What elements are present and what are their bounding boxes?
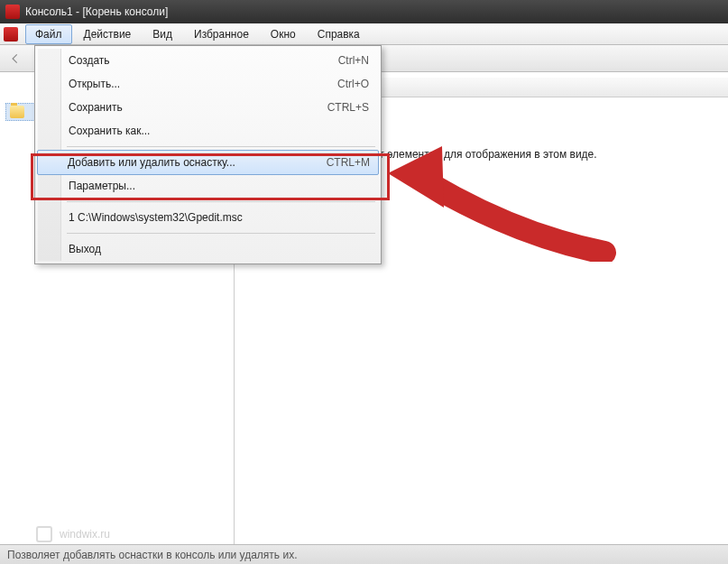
menu-separator [67,233,375,234]
app-icon [5,5,20,19]
menu-item-label: Добавить или удалить оснастку... [68,156,316,169]
menu-separator [67,146,375,147]
menu-item-add-remove-snapin[interactable]: Добавить или удалить оснастку... CTRL+M [37,150,379,175]
menubar: Файл Действие Вид Избранное Окно Справка [0,23,728,45]
menu-item-label: Открыть... [69,78,327,90]
titlebar: Консоль1 - [Корень консоли] [0,0,728,23]
menu-item-recent-1[interactable]: 1 C:\Windows\system32\Gpedit.msc [38,206,378,229]
menu-item-open[interactable]: Открыть... Ctrl+O [38,72,378,96]
file-menu-dropdown: Создать Ctrl+N Открыть... Ctrl+O Сохрани… [34,45,382,264]
menu-item-options[interactable]: Параметры... [38,174,378,198]
watermark-logo-icon [36,526,52,542]
menu-help[interactable]: Справка [308,24,370,44]
menu-item-label: Сохранить как... [69,125,369,137]
menu-view[interactable]: Вид [143,24,182,44]
statusbar: Позволяет добавлять оснастки в консоль и… [0,544,728,564]
menu-item-label: Сохранить [69,101,317,114]
menu-item-save[interactable]: Сохранить CTRL+S [38,96,378,119]
menu-item-shortcut: CTRL+S [327,101,369,114]
back-icon[interactable] [5,49,25,69]
menu-separator [67,201,375,202]
menu-item-label: 1 C:\Windows\system32\Gpedit.msc [69,211,369,224]
menu-file[interactable]: Файл [25,24,72,44]
menu-item-new[interactable]: Создать Ctrl+N [38,49,378,72]
menu-item-exit[interactable]: Выход [38,237,378,261]
menu-item-shortcut: Ctrl+N [338,54,369,67]
app-icon-small [4,27,18,42]
menu-item-label: Выход [69,243,369,255]
window-title: Консоль1 - [Корень консоли] [25,5,168,18]
menu-favorites[interactable]: Избранное [184,24,259,44]
folder-icon [10,106,24,118]
menu-item-shortcut: CTRL+M [327,156,370,169]
watermark-text: windwix.ru [60,528,110,541]
menu-window[interactable]: Окно [261,24,306,44]
menu-item-shortcut: Ctrl+O [337,78,369,90]
menu-action[interactable]: Действие [74,24,142,44]
status-text: Позволяет добавлять оснастки в консоль и… [7,549,297,561]
menu-item-label: Создать [69,54,327,67]
menu-item-label: Параметры... [69,180,369,192]
watermark: windwix.ru [36,526,110,542]
menu-item-save-as[interactable]: Сохранить как... [38,119,378,143]
